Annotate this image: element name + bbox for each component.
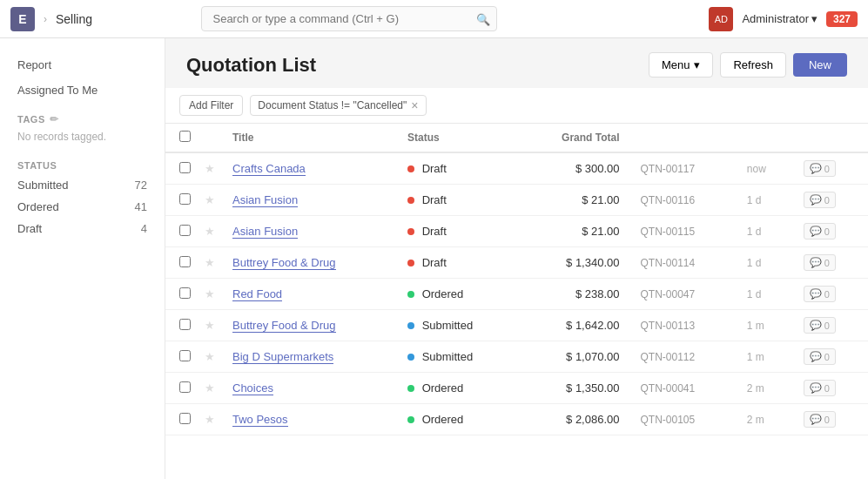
- new-button[interactable]: New: [793, 53, 847, 77]
- comment-button[interactable]: 💬 0: [804, 317, 836, 334]
- notification-badge[interactable]: 327: [826, 11, 858, 27]
- page-container: Report Assigned To Me TAGS ✏ No records …: [0, 38, 868, 479]
- comment-icon: 💬: [810, 414, 822, 425]
- row-checkbox-cell: [165, 310, 201, 341]
- search-input[interactable]: [201, 6, 497, 31]
- star-icon[interactable]: ★: [205, 287, 215, 300]
- star-cell[interactable]: ★: [201, 247, 222, 279]
- row-checkbox[interactable]: [179, 381, 191, 393]
- select-all-header[interactable]: [165, 124, 201, 152]
- time-header: [737, 124, 793, 152]
- star-icon[interactable]: ★: [205, 413, 215, 426]
- star-icon[interactable]: ★: [205, 256, 215, 269]
- row-checkbox[interactable]: [179, 225, 191, 236]
- sidebar-status-draft[interactable]: Draft4: [0, 218, 165, 239]
- row-checkbox[interactable]: [179, 413, 191, 424]
- star-icon[interactable]: ★: [205, 350, 215, 363]
- title-header[interactable]: Title: [222, 124, 397, 152]
- sidebar-item-assigned[interactable]: Assigned To Me: [0, 78, 165, 103]
- quotation-title-link[interactable]: Crafts Canada: [232, 162, 306, 176]
- table-row: ★ Big D Supermarkets Submitted $ 1,070.0…: [165, 341, 868, 373]
- quotation-title-link[interactable]: Buttrey Food & Drug: [232, 319, 336, 333]
- sidebar-status-ordered[interactable]: Ordered41: [0, 196, 165, 218]
- page-actions: Menu ▾ Refresh New: [649, 52, 847, 78]
- row-checkbox[interactable]: [179, 319, 191, 330]
- row-checkbox-cell: [165, 373, 201, 404]
- grand-total-header[interactable]: Grand Total: [519, 124, 630, 152]
- star-cell[interactable]: ★: [201, 373, 222, 404]
- refresh-button[interactable]: Refresh: [720, 52, 786, 78]
- star-cell[interactable]: ★: [201, 310, 222, 341]
- quotation-id-cell: QTN-00113: [630, 310, 737, 341]
- star-cell[interactable]: ★: [201, 185, 222, 216]
- comment-icon: 💬: [810, 382, 822, 394]
- grand-total-cell: $ 1,350.00: [519, 373, 630, 404]
- star-cell[interactable]: ★: [201, 279, 222, 310]
- star-icon[interactable]: ★: [205, 162, 215, 175]
- admin-label[interactable]: Administrator ▾: [742, 12, 818, 25]
- star-icon[interactable]: ★: [205, 193, 215, 206]
- comment-button[interactable]: 💬 0: [804, 254, 836, 271]
- comment-count: 0: [824, 289, 830, 300]
- remove-filter-button[interactable]: ×: [411, 98, 418, 112]
- status-cell: Draft: [397, 216, 519, 247]
- time-cell: now: [737, 152, 793, 185]
- row-checkbox-cell: [165, 279, 201, 310]
- filter-bar: Add Filter Document Status != "Cancelled…: [165, 88, 868, 124]
- comment-count: 0: [824, 258, 830, 268]
- status-label: Submitted: [422, 319, 474, 332]
- star-icon[interactable]: ★: [205, 225, 215, 238]
- grand-total-cell: $ 1,642.00: [519, 310, 630, 341]
- menu-button[interactable]: Menu ▾: [649, 52, 714, 78]
- module-name[interactable]: Selling: [56, 12, 92, 26]
- table-row: ★ Choices Ordered $ 1,350.00 QTN-00041 2…: [165, 373, 868, 404]
- star-icon[interactable]: ★: [205, 381, 215, 395]
- row-checkbox[interactable]: [179, 350, 191, 361]
- quotation-title-link[interactable]: Choices: [232, 381, 273, 395]
- quotation-title-link[interactable]: Asian Fusion: [232, 193, 298, 207]
- status-dot: [407, 197, 414, 204]
- status-label: Ordered: [422, 287, 464, 300]
- quotation-title-link[interactable]: Asian Fusion: [232, 225, 298, 239]
- row-checkbox[interactable]: [179, 162, 191, 173]
- star-icon[interactable]: ★: [205, 319, 215, 332]
- time-cell: 1 d: [737, 185, 793, 216]
- comment-button[interactable]: 💬 0: [804, 348, 836, 365]
- sidebar-item-report[interactable]: Report: [0, 52, 165, 78]
- quotation-title-link[interactable]: Red Food: [232, 287, 282, 301]
- star-cell[interactable]: ★: [201, 404, 222, 435]
- status-section-label: STATUS: [0, 150, 165, 174]
- star-cell[interactable]: ★: [201, 216, 222, 247]
- star-cell[interactable]: ★: [201, 341, 222, 373]
- star-cell[interactable]: ★: [201, 152, 222, 185]
- row-checkbox[interactable]: [179, 193, 191, 205]
- status-label: Draft: [422, 162, 447, 175]
- row-checkbox-cell: [165, 216, 201, 247]
- add-filter-button[interactable]: Add Filter: [179, 95, 243, 116]
- comment-button[interactable]: 💬 0: [804, 411, 836, 428]
- sidebar-status-submitted[interactable]: Submitted72: [0, 174, 165, 196]
- search-icon: 🔍: [476, 12, 490, 25]
- quotation-title-link[interactable]: Buttrey Food & Drug: [232, 256, 336, 270]
- app-logo[interactable]: E: [10, 7, 35, 31]
- tags-edit-icon[interactable]: ✏: [50, 113, 59, 125]
- time-cell: 1 d: [737, 247, 793, 279]
- chevron-down-icon: ▾: [694, 58, 700, 71]
- status-label: Submitted: [422, 350, 474, 363]
- status-dot: [407, 416, 414, 423]
- comment-button[interactable]: 💬 0: [804, 160, 836, 177]
- comment-button[interactable]: 💬 0: [804, 223, 836, 239]
- comment-button[interactable]: 💬 0: [804, 192, 836, 208]
- status-header[interactable]: Status: [397, 124, 519, 152]
- row-checkbox[interactable]: [179, 256, 191, 267]
- comment-icon: 💬: [810, 351, 822, 362]
- select-all-checkbox[interactable]: [179, 131, 191, 142]
- quotation-title-link[interactable]: Big D Supermarkets: [232, 350, 333, 364]
- comment-button[interactable]: 💬 0: [804, 380, 836, 396]
- quotation-id-cell: QTN-00117: [630, 152, 737, 185]
- tags-section-label: TAGS ✏: [0, 103, 165, 129]
- comment-button[interactable]: 💬 0: [804, 286, 836, 302]
- status-dot: [407, 385, 414, 392]
- row-checkbox[interactable]: [179, 287, 191, 299]
- quotation-title-link[interactable]: Two Pesos: [232, 413, 288, 427]
